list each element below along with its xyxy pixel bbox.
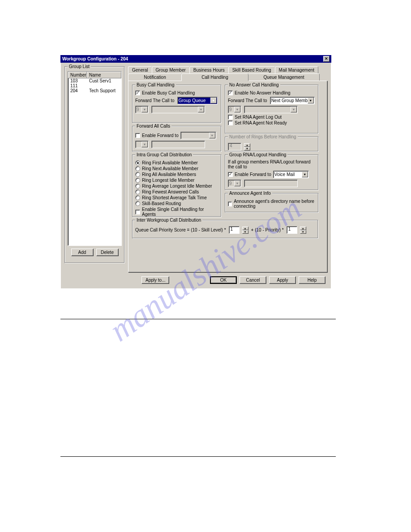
group-rna-desc: If all group members RNA/Logout forward … <box>228 159 316 169</box>
cancel-button[interactable]: Cancel <box>240 276 266 284</box>
header-name[interactable]: Name <box>87 72 121 78</box>
tab-mail-mgmt[interactable]: Mail Management <box>275 66 318 73</box>
skill-mult-input[interactable]: 1 <box>229 226 240 234</box>
tab-skill-routing[interactable]: Skill Based Routing <box>228 66 275 73</box>
forward-busy-label: Forward The Call to <box>135 98 175 103</box>
announce-label: Announce agent's directory name before c… <box>234 199 316 209</box>
radio-first-avail[interactable] <box>135 160 140 165</box>
tab-content: Busy Call Handling Enable Busy Call Hand… <box>128 81 327 272</box>
no-answer-legend: No Answer Call Handling <box>228 82 280 87</box>
group-list-legend: Group List <box>68 64 91 69</box>
rings-before-input: 4 <box>228 143 241 150</box>
chevron-down-icon: ▼ <box>198 107 204 112</box>
announce-legend: Announce Agent Info <box>228 191 272 196</box>
page-divider <box>60 319 336 319</box>
forward-all-num-combo: ▼ <box>135 141 149 148</box>
formula-label-1: Queue Call Priority Score = (10 - Skill … <box>135 227 226 232</box>
ok-button[interactable]: OK <box>210 276 237 284</box>
dialog-window: Workgroup Configuration - 204 ✕ Group Li… <box>60 55 331 289</box>
chevron-down-icon: ▼ <box>141 142 148 147</box>
spin-up-icon[interactable]: ▲ <box>300 227 306 230</box>
radio-shortest-talk[interactable] <box>135 195 140 200</box>
dialog-body: Group List Number Name 103 Cust Serv1 11… <box>60 63 331 289</box>
enable-no-answer-checkbox[interactable] <box>228 90 233 95</box>
list-row[interactable]: 204 Tech Support <box>68 88 121 93</box>
enable-forward-checkbox[interactable] <box>135 133 140 138</box>
radio-fewest-answered[interactable] <box>135 189 140 194</box>
group-rna-input <box>244 180 298 187</box>
radio-skill-based[interactable] <box>135 201 140 206</box>
forward-all-input <box>151 141 205 148</box>
group-list-panel: Group List Number Name 103 Cust Serv1 11… <box>64 66 125 266</box>
no-answer-num-combo: 9 ▼ <box>228 106 241 113</box>
apply-to-button[interactable]: Apply to... <box>141 276 169 284</box>
chevron-down-icon[interactable]: ▼ <box>210 98 217 103</box>
chevron-down-icon[interactable]: ▼ <box>302 172 308 177</box>
group-rna-legend: Group RNA/Logout Handling <box>228 152 287 157</box>
chevron-down-icon: ▼ <box>234 107 240 112</box>
no-answer-ext-combo: ▼ <box>244 106 298 113</box>
header-number[interactable]: Number <box>68 72 87 78</box>
enable-forward-label: Enable Forward to <box>142 133 179 138</box>
formula-label-2: + (10 - Priority) * <box>251 227 284 232</box>
rna-logout-checkbox[interactable] <box>228 115 233 120</box>
busy-ext-combo: ▼ <box>151 106 205 113</box>
tab-general[interactable]: General <box>128 66 152 73</box>
rna-notready-checkbox[interactable] <box>228 120 233 125</box>
group-rna-num-combo: 9 ▼ <box>228 180 241 187</box>
rings-spinner: ▲ ▼ <box>244 143 250 150</box>
inter-wg-legend: Inter Workgroup Call Distribution <box>135 218 202 223</box>
tab-group-member[interactable]: Group Member <box>152 66 190 73</box>
forward-all-combo: ▼ <box>180 132 216 139</box>
radio-longest-idle[interactable] <box>135 178 140 183</box>
radio-next-avail[interactable] <box>135 166 140 171</box>
rings-before-legend: Number of Rings Before Handling <box>228 134 298 139</box>
list-header: Number Name <box>68 72 121 78</box>
radio-avg-longest[interactable] <box>135 184 140 189</box>
chevron-down-icon: ▼ <box>141 107 148 112</box>
close-icon[interactable]: ✕ <box>323 56 330 62</box>
forward-busy-combo[interactable]: Group Queue ▼ <box>177 97 218 104</box>
radio-all-avail[interactable] <box>135 172 140 177</box>
spin-down-icon[interactable]: ▼ <box>300 230 306 234</box>
busy-num-combo: 9 ▼ <box>135 106 149 113</box>
chevron-down-icon: ▼ <box>234 180 240 186</box>
tab-business-hours[interactable]: Business Hours <box>189 66 229 73</box>
no-answer-combo[interactable]: Next Group Member ▼ <box>270 97 315 104</box>
tab-call-handling[interactable]: Call Handling <box>181 73 248 81</box>
priority-mult-input[interactable]: 1 <box>287 226 297 234</box>
delete-button[interactable]: Delete <box>96 249 119 256</box>
page-divider <box>60 456 336 457</box>
tab-queue-mgmt[interactable]: Queue Management <box>248 73 320 81</box>
help-button[interactable]: Help <box>299 276 325 284</box>
list-row[interactable]: 103 Cust Serv1 <box>68 78 121 83</box>
priority-spinner[interactable]: ▲ ▼ <box>300 227 306 234</box>
spin-down-icon[interactable]: ▼ <box>242 230 248 234</box>
group-list-box[interactable]: Number Name 103 Cust Serv1 111 204 Tech … <box>68 71 122 246</box>
enable-busy-label: Enable Busy Call Handling <box>142 90 195 95</box>
main-tabs-area: General Group Member Business Hours Skil… <box>128 66 327 272</box>
skill-spinner[interactable]: ▲ ▼ <box>242 227 248 234</box>
enable-busy-checkbox[interactable] <box>135 90 140 95</box>
busy-call-legend: Busy Call Handling <box>135 82 176 87</box>
apply-button[interactable]: Apply <box>269 276 296 284</box>
group-rna-enable-checkbox[interactable] <box>228 172 233 177</box>
announce-checkbox[interactable] <box>228 202 232 206</box>
window-title: Workgroup Configuration - 204 <box>62 56 128 61</box>
intra-group-legend: Intra Group Call Distribution <box>135 152 193 157</box>
spin-down-icon: ▼ <box>244 147 250 150</box>
single-call-checkbox[interactable] <box>135 210 140 215</box>
add-button[interactable]: Add <box>71 249 94 256</box>
list-row[interactable]: 111 <box>68 83 121 88</box>
forward-all-legend: Forward All Calls <box>135 124 171 129</box>
chevron-down-icon: ▼ <box>291 107 297 112</box>
titlebar[interactable]: Workgroup Configuration - 204 ✕ <box>60 55 331 63</box>
spin-up-icon: ▲ <box>244 143 250 147</box>
chevron-down-icon[interactable]: ▼ <box>308 98 314 103</box>
group-rna-combo[interactable]: Voice Mail ▼ <box>273 171 309 178</box>
chevron-down-icon: ▼ <box>209 133 215 138</box>
tab-notification[interactable]: Notification <box>128 73 182 81</box>
spin-up-icon[interactable]: ▲ <box>242 227 248 230</box>
